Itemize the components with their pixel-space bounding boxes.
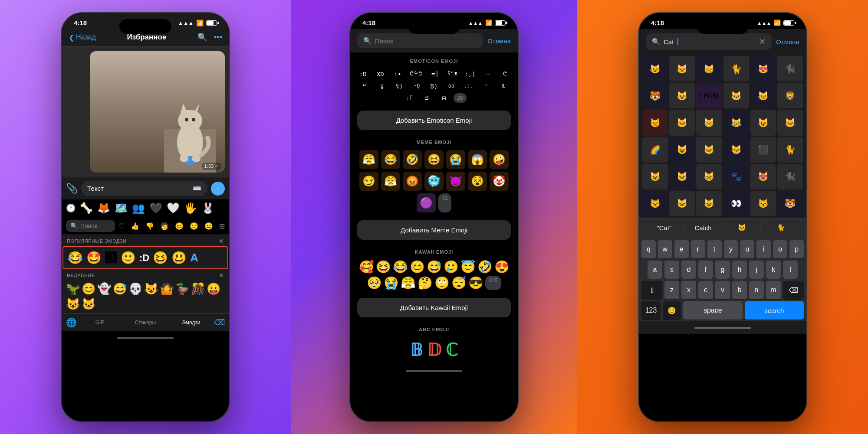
rec-emoji-10[interactable]: 😛 [207,282,220,296]
person-icon[interactable]: 🧑 [160,222,169,230]
blue-a-icon[interactable]: A [190,251,198,264]
clear-search-icon[interactable]: ✕ [759,37,766,46]
key-g[interactable]: g [715,261,730,279]
result-1[interactable]: 😺 [642,56,668,82]
attach-icon[interactable]: 📎 [66,183,78,194]
result-6[interactable]: 🐈‍⬛ [777,56,803,82]
recent-emoji-6[interactable]: 🤍 [167,202,180,214]
abc-letter-b[interactable]: 𝔹 [410,340,423,360]
key-y[interactable]: y [724,240,738,258]
search-input-3[interactable]: 🔍 Cat ✕ [646,33,772,50]
meme-1[interactable]: 😤 [359,150,378,169]
key-w[interactable]: w [658,240,672,258]
keyboard-delete-key[interactable]: ⌫ [783,281,804,299]
recent-emoji-2[interactable]: 🦊 [97,202,110,214]
emoticon-16[interactable]: .:. [461,81,477,91]
meme-5[interactable]: 😭 [446,150,465,169]
result-8[interactable]: 😺 [669,83,695,108]
kaw-7[interactable]: 😇 [460,260,476,274]
recent-emoji-8[interactable]: 🐰 [201,202,214,214]
key-k[interactable]: k [766,261,781,279]
pop-emoji-4[interactable]: 🙂 [121,251,136,265]
emoticon-15[interactable]: oo [444,81,459,91]
meme-14[interactable]: 🤡 [490,172,509,191]
result-22[interactable]: 😼 [723,137,749,163]
autocomplete-2[interactable]: Catch [684,222,723,233]
key-x[interactable]: x [681,281,696,299]
result-29[interactable]: 😻 [750,164,776,189]
abc-letter-d[interactable]: 𝔻 [427,340,441,360]
rec-emoji-4[interactable]: 😅 [113,282,127,296]
result-3[interactable]: 😸 [696,56,722,82]
gif-tab[interactable]: GIF [77,318,122,327]
meme-7[interactable]: 🤪 [490,150,509,169]
result-24[interactable]: 🐈 [777,137,803,163]
kaw-11[interactable]: 😭 [384,276,399,290]
stickers-tab[interactable]: Стикеры [122,318,168,327]
emoticon-13[interactable]: ᵕ̣̣O [409,81,424,91]
key-p[interactable]: p [789,240,804,258]
result-23[interactable]: ⬛ [750,137,776,163]
kaw-4[interactable]: 😊 [410,260,425,274]
ios-keyboard[interactable]: q w e r t y u i o p a s d f g h j k [639,237,806,321]
clock-icon[interactable]: 🕐 [66,203,76,213]
emoji-keyboard-key[interactable]: 😊 [663,301,681,320]
key-z[interactable]: z [664,281,679,299]
result-14[interactable]: 🐱 [669,110,695,135]
key-i[interactable]: i [756,240,771,258]
emoticon-7[interactable]: :,) [462,69,478,79]
kaw-13[interactable]: 🤔 [418,276,433,290]
pop-emoji-5[interactable]: :D [139,252,149,264]
kaw-5[interactable]: 😅 [427,260,442,274]
meme-8[interactable]: 😏 [359,172,378,191]
result-33[interactable]: 😺 [696,191,722,216]
kaw-6[interactable]: 🥲 [444,260,459,274]
cancel-button-3[interactable]: Отмена [776,38,799,46]
rec-emoji-5[interactable]: 💀 [128,282,142,296]
search-icon-nav[interactable]: 🔍 [197,33,207,42]
search-key[interactable]: search [745,301,804,320]
emoticon-2[interactable]: XD [372,69,388,79]
key-b[interactable]: b [732,281,747,299]
smiley-icon[interactable]: 😊 [175,222,184,230]
emoticon-5[interactable]: =] [427,69,443,79]
recent-emoji-7[interactable]: 🖐️ [184,202,197,214]
emoticon-18[interactable]: ᗯ [496,81,511,91]
key-h[interactable]: h [732,261,747,279]
pop-emoji-6[interactable]: 😆 [153,251,168,265]
autocomplete-3[interactable]: 🐱 [723,222,762,233]
thumbsup-icon[interactable]: 👍 [131,222,139,230]
emoticon-21[interactable]: ᗩ [436,93,452,103]
pop-emoji-7[interactable]: 😃 [171,251,187,265]
meme-15[interactable]: 🟣 [417,193,436,212]
result-35[interactable]: 😾 [750,191,776,216]
add-emoticon-button[interactable]: Добавить Emoticon Emoji [357,111,511,130]
result-7[interactable]: 🐯 [642,83,668,108]
smiley2-icon[interactable]: 🙂 [190,222,198,230]
kaw-16[interactable]: 😎 [468,276,483,290]
key-t[interactable]: t [707,240,722,258]
add-kawaii-button[interactable]: Добавить Kawaii Emoji [357,298,511,317]
close-recent-icon[interactable]: ✕ [219,272,224,279]
kaw-1[interactable]: 🥰 [359,260,374,274]
kaw-9[interactable]: 😍 [494,260,510,274]
key-v[interactable]: v [715,281,730,299]
shift-key[interactable]: ⇧ [641,281,662,299]
result-25[interactable]: 😺 [642,164,668,189]
result-17[interactable]: 😺 [750,110,776,135]
rec-emoji-6[interactable]: 😺 [144,282,158,296]
key-l[interactable]: l [783,261,798,279]
result-15[interactable]: 😸 [696,110,722,135]
kaw-3[interactable]: 😂 [393,260,408,274]
result-9[interactable]: ГРАМ [696,83,722,108]
key-s[interactable]: s [664,261,679,279]
key-u[interactable]: u [740,240,754,258]
search-input-2[interactable]: 🔍 Поиск [357,33,483,48]
input-area-1[interactable]: 📎 Текст ⌨️ ↑ [62,177,229,199]
globe-icon[interactable]: 🌐 [66,317,77,328]
autocomplete-1[interactable]: "Cat" [645,222,684,233]
send-button[interactable]: ↑ [211,182,225,196]
result-32[interactable]: 🐱 [669,191,695,216]
grid-icon[interactable]: ⊞ [219,222,225,230]
emoji-content-2[interactable]: EMOTICON EMOJI :D XD :• ᕦ͡꒳ᕤ =] ʕ°ᴥ :,) … [350,52,518,364]
